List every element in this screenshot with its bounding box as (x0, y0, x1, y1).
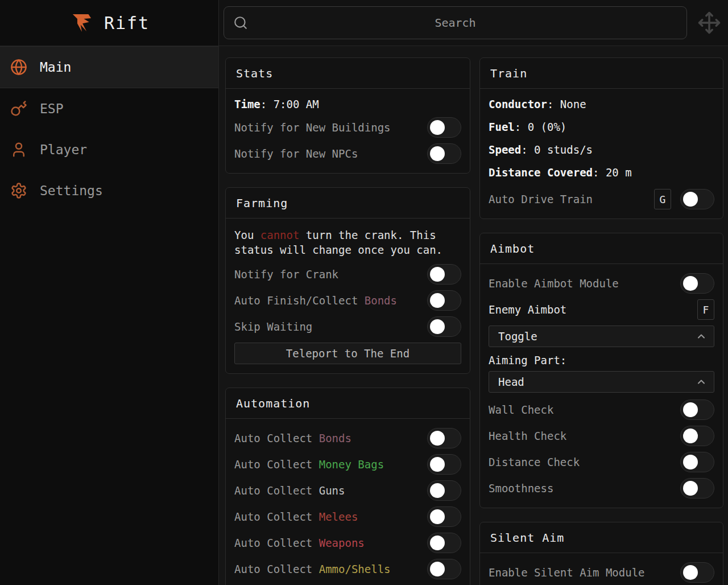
topbar (219, 0, 728, 46)
content-area: Stats Time: 7:00 AM Notify for New Build… (219, 46, 728, 585)
notify-npcs-toggle[interactable] (427, 143, 461, 164)
move-handle[interactable] (696, 10, 722, 36)
train-card: Train Conductor: None Fuel: 0 (0%) Speed… (479, 57, 723, 219)
status-highlight: cannot (260, 229, 300, 241)
toggle-knob (430, 535, 445, 550)
toggle-row: Health Check (489, 426, 714, 446)
toggle-label: Wall Check (489, 403, 553, 416)
wall-check-toggle[interactable] (680, 399, 714, 420)
toggle-label: Auto Collect Bonds (234, 432, 351, 444)
toggle-knob (430, 120, 445, 135)
toggle-row: Auto Collect Weapons (234, 533, 461, 553)
toggle-label: Enable Aimbot Module (489, 277, 619, 290)
toggle-label: Auto Collect Guns (234, 484, 345, 497)
toggle-knob (683, 276, 698, 291)
keybind-row: Enemy Aimbot F (489, 299, 714, 320)
toggle-knob (430, 509, 445, 524)
enable-silent-aim-toggle[interactable] (680, 562, 714, 583)
toggle-label: Auto Collect Ammo/Shells (234, 563, 391, 575)
toggle-knob (683, 565, 698, 580)
keybind-badge[interactable]: F (697, 299, 714, 320)
toggle-row: Auto Collect Ammo/Shells (234, 559, 461, 579)
auto-collect-guns-toggle[interactable] (427, 480, 461, 501)
label-pre: Auto Collect (234, 510, 319, 523)
stat-key: Conductor (489, 98, 547, 110)
auto-drive-train-toggle[interactable] (680, 189, 714, 209)
label-word: Ammo/Shells (319, 563, 391, 575)
toggle-knob (683, 455, 698, 469)
conductor-stat: Conductor: None (489, 98, 714, 110)
smoothness-toggle[interactable] (680, 478, 714, 499)
card-title: Silent Aim (480, 522, 723, 553)
toggle-knob (430, 146, 445, 161)
toggle-label: Skip Waiting (234, 320, 312, 333)
toggle-row: Auto Drive Train G (489, 189, 714, 209)
toggle-knob (683, 481, 698, 496)
toggle-label: Distance Check (489, 456, 580, 468)
label-pre: Auto Collect (234, 432, 319, 444)
move-icon (697, 11, 721, 35)
left-column: Stats Time: 7:00 AM Notify for New Build… (225, 57, 470, 585)
time-stat: Time: 7:00 AM (234, 98, 461, 110)
sidebar: Rift Main ESP (0, 0, 219, 585)
toggle-label: Auto Collect Money Bags (234, 458, 384, 471)
enable-aimbot-toggle[interactable] (680, 273, 714, 294)
toggle-label: Health Check (489, 430, 566, 442)
auto-collect-melees-toggle[interactable] (427, 506, 461, 527)
toggle-row: Smoothness (489, 478, 714, 499)
aiming-part-dropdown[interactable]: Head (489, 371, 714, 393)
stats-card: Stats Time: 7:00 AM Notify for New Build… (225, 57, 470, 174)
toggle-row: Auto Collect Bonds (234, 428, 461, 448)
chevron-up-icon (696, 331, 707, 342)
card-title: Stats (226, 58, 470, 89)
card-title: Train (480, 58, 723, 89)
sidebar-item-label: ESP (40, 101, 64, 116)
distance-stat: Distance Covered: 20 m (489, 166, 714, 179)
automation-card: Automation Auto Collect Bonds Auto Colle… (225, 388, 470, 585)
auto-collect-moneybags-toggle[interactable] (427, 454, 461, 475)
keybind-badge[interactable]: G (654, 189, 671, 209)
sidebar-item-settings[interactable]: Settings (0, 170, 218, 211)
notify-buildings-toggle[interactable] (427, 117, 461, 138)
skip-waiting-toggle[interactable] (427, 316, 461, 337)
stat-value: : 0 (0%) (515, 121, 567, 133)
aiming-part-label: Aiming Part: (489, 354, 714, 366)
aimbot-mode-dropdown[interactable]: Toggle (489, 326, 714, 347)
sidebar-item-player[interactable]: Player (0, 129, 218, 170)
toggle-label: Auto Collect Melees (234, 510, 358, 523)
sidebar-nav: Main ESP Player (0, 46, 218, 211)
logo-row: Rift (0, 0, 218, 46)
toggle-knob (430, 457, 445, 472)
speed-stat: Speed: 0 studs/s (489, 143, 714, 156)
toggle-knob (683, 429, 698, 443)
fuel-stat: Fuel: 0 (0%) (489, 121, 714, 133)
health-check-toggle[interactable] (680, 426, 714, 446)
toggle-row: Skip Waiting (234, 316, 461, 337)
app-window: Rift Main ESP (0, 0, 728, 585)
stat-value: : None (547, 98, 586, 110)
sidebar-item-main[interactable]: Main (0, 46, 218, 88)
label-word: Bonds (319, 432, 351, 444)
auto-finish-bonds-toggle[interactable] (427, 290, 461, 311)
distance-check-toggle[interactable] (680, 452, 714, 472)
search-input[interactable] (224, 7, 686, 39)
toggle-row: Auto Collect Melees (234, 506, 461, 527)
stat-key: Speed (489, 143, 521, 156)
auto-collect-ammo-toggle[interactable] (427, 559, 461, 579)
toggle-row: Wall Check (489, 399, 714, 420)
toggle-knob (683, 192, 698, 207)
toggle-label: Enable Silent Aim Module (489, 566, 645, 579)
toggle-row: Auto Finish/Collect Bonds (234, 290, 461, 311)
stat-value: : 7:00 AM (260, 98, 319, 110)
notify-crank-toggle[interactable] (427, 264, 461, 285)
toggle-label: Auto Drive Train (489, 193, 593, 205)
sidebar-item-esp[interactable]: ESP (0, 88, 218, 129)
searchbar (224, 6, 687, 39)
auto-collect-bonds-toggle[interactable] (427, 428, 461, 448)
gear-icon (10, 182, 27, 199)
teleport-end-button[interactable]: Teleport to The End (234, 343, 461, 364)
toggle-knob (430, 562, 445, 576)
card-title: Aimbot (480, 233, 723, 264)
auto-collect-weapons-toggle[interactable] (427, 533, 461, 553)
sidebar-item-label: Player (40, 142, 87, 157)
